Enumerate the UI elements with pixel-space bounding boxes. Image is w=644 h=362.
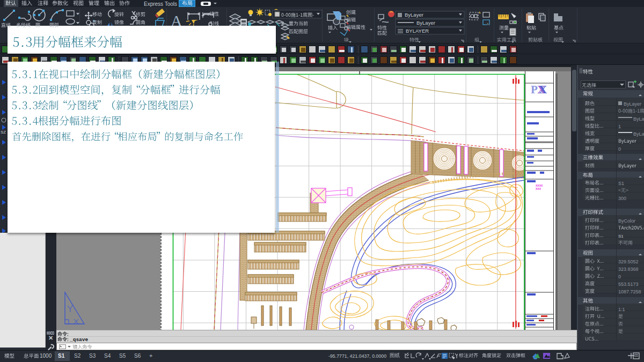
svg-text:SZ: SZ (1, 130, 6, 135)
